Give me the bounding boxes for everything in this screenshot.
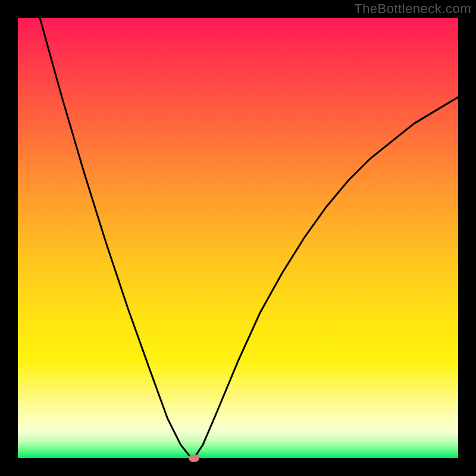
curve-svg — [18, 18, 458, 458]
left-branch-path — [40, 18, 194, 458]
right-branch-path — [194, 97, 458, 458]
bottleneck-marker — [189, 455, 199, 462]
watermark-text: TheBottleneck.com — [354, 1, 471, 17]
plot-area — [18, 18, 458, 458]
chart-container: TheBottleneck.com — [0, 0, 476, 476]
